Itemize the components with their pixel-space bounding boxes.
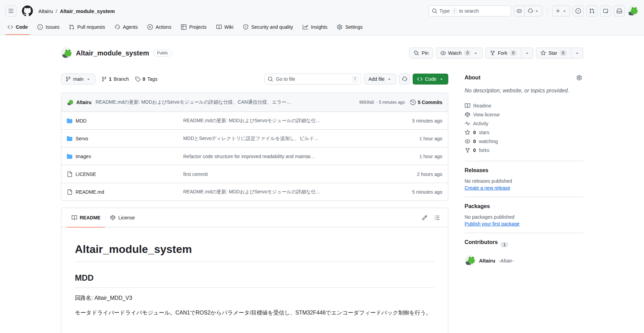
tab-actions-label: Actions xyxy=(156,24,171,30)
tab-insights[interactable]: Insights xyxy=(298,19,332,35)
file-name-link[interactable]: Servo xyxy=(67,136,183,141)
tab-security[interactable]: Security and quality xyxy=(238,19,298,35)
law-icon xyxy=(465,112,470,117)
fork-counter: 0 xyxy=(510,50,517,56)
branch-selector-button[interactable]: main xyxy=(61,74,95,85)
tab-insights-label: Insights xyxy=(311,24,327,30)
book-icon xyxy=(465,103,470,108)
license-link-label: View license xyxy=(473,112,500,117)
search-input[interactable]: Type / to search xyxy=(429,5,511,16)
sidebar-forks-link[interactable]: 0 forks xyxy=(465,146,583,155)
file-name-link[interactable]: MDD xyxy=(67,118,183,124)
file-commit-time: 2 hours ago xyxy=(384,171,442,177)
copilot-cloud-icon xyxy=(402,76,407,82)
file-name: images xyxy=(76,154,91,159)
user-avatar[interactable] xyxy=(628,5,639,16)
create-release-link[interactable]: Create a new release xyxy=(465,185,510,191)
star-button[interactable]: Star 0 xyxy=(536,48,571,59)
copilot-clone-button[interactable] xyxy=(399,74,410,85)
current-branch-label: main xyxy=(73,76,84,82)
readme-card: README License xyxy=(61,208,448,333)
commit-sha-time-link[interactable]: 9893fa5 · 5 minutes ago xyxy=(359,100,405,105)
site-header: Altairu / Altair_module_system Type / to… xyxy=(0,0,644,35)
github-logo[interactable] xyxy=(22,5,33,16)
contributor-avatar[interactable] xyxy=(465,255,476,266)
star-dropdown[interactable] xyxy=(571,48,583,59)
sidebar-activity-link[interactable]: Activity xyxy=(465,119,583,128)
table-row: MDD README.mdの更新: MDDおよびServoモジュールの詳細な仕…… xyxy=(61,112,448,129)
issue-opened-icon xyxy=(37,24,43,30)
tab-wiki[interactable]: Wiki xyxy=(211,19,238,35)
file-commit-message-link[interactable]: README.mdの更新: MDDおよびServoモジュールの詳細な仕… xyxy=(183,189,384,195)
global-pull-requests-button[interactable] xyxy=(586,5,597,16)
file-commit-message-link[interactable]: Refactor code structure for improved rea… xyxy=(183,154,384,159)
inbox-icon xyxy=(617,8,622,14)
sidebar-license-link[interactable]: View license xyxy=(465,110,583,119)
file-name-link[interactable]: LICENSE xyxy=(67,171,183,177)
fork-button[interactable]: Fork 0 xyxy=(485,48,521,59)
watch-button[interactable]: Watch 0 xyxy=(436,48,483,59)
sidebar-watching-link[interactable]: 0 watching xyxy=(465,137,583,146)
breadcrumb-repo-link[interactable]: Altair_module_system xyxy=(60,8,115,14)
sidebar-stars-link[interactable]: 0 stars xyxy=(465,128,583,137)
file-name-link[interactable]: images xyxy=(67,154,183,159)
notifications-inbox-button[interactable] xyxy=(614,5,625,16)
star-button-group: Star 0 xyxy=(536,48,583,59)
tab-projects-label: Projects xyxy=(189,24,207,30)
commits-history-link[interactable]: 5 Commits xyxy=(410,100,442,105)
tab-pull-requests[interactable]: Pull requests xyxy=(64,19,110,35)
frog-avatar-icon xyxy=(465,255,476,266)
pin-button[interactable]: Pin xyxy=(409,48,433,59)
table-row: LICENSE first commit 2 hours ago xyxy=(61,165,448,183)
create-new-dropdown[interactable] xyxy=(552,5,570,16)
code-dropdown-button[interactable]: Code xyxy=(413,74,448,85)
search-icon xyxy=(432,8,437,14)
edit-readme-button[interactable] xyxy=(419,212,430,223)
panel-bookmark-button[interactable] xyxy=(600,5,611,16)
watch-counter: 0 xyxy=(464,50,471,56)
file-commit-time: 1 hour ago xyxy=(384,154,442,159)
branches-link[interactable]: 1 Branch xyxy=(101,76,129,82)
commit-message-link[interactable]: README.mdの更新: MDDおよびServoモジュールの詳細な仕様、CAN… xyxy=(96,99,356,105)
tab-actions[interactable]: Actions xyxy=(143,19,176,35)
tab-readme[interactable]: README xyxy=(67,208,106,227)
branches-label: Branch xyxy=(114,76,129,82)
add-file-button[interactable]: Add file xyxy=(364,74,396,85)
folder-icon xyxy=(67,118,72,124)
tab-projects[interactable]: Projects xyxy=(176,19,211,35)
global-issues-button[interactable] xyxy=(573,5,584,16)
fork-dropdown[interactable] xyxy=(521,48,533,59)
edit-about-button[interactable] xyxy=(575,74,583,82)
tab-license[interactable]: License xyxy=(105,208,139,227)
tags-label: Tags xyxy=(147,76,158,82)
file-commit-message-link[interactable]: README.mdの更新: MDDおよびServoモジュールの詳細な仕… xyxy=(183,118,384,124)
commit-meta-separator: · xyxy=(376,100,377,105)
issue-opened-icon xyxy=(575,8,581,14)
copilot-button[interactable] xyxy=(514,5,525,16)
frog-avatar-icon xyxy=(61,48,72,59)
tab-issues[interactable]: Issues xyxy=(33,19,64,35)
packages-section: Packages No packages published Publish y… xyxy=(465,203,583,227)
tags-link[interactable]: 0 Tags xyxy=(135,76,157,82)
outline-button[interactable] xyxy=(432,212,442,223)
hamburger-menu-button[interactable] xyxy=(5,5,16,16)
breadcrumb-owner-link[interactable]: Altairu xyxy=(38,8,53,14)
tab-agents[interactable]: Agents xyxy=(110,19,143,35)
contributors-heading: Contributors xyxy=(465,239,498,245)
commit-author-avatar[interactable] xyxy=(67,99,74,106)
readme-title: Altair_module_system xyxy=(75,241,434,262)
repo-owner-avatar[interactable] xyxy=(61,48,72,59)
commit-author-link[interactable]: Altairu xyxy=(76,100,92,105)
tab-settings[interactable]: Settings xyxy=(332,19,367,35)
publish-package-link[interactable]: Publish your first package xyxy=(465,221,520,227)
file-name-link[interactable]: README.md xyxy=(67,189,183,195)
go-to-file-input[interactable]: Go to file T xyxy=(265,74,361,85)
sidebar-readme-link[interactable]: Readme xyxy=(465,101,583,110)
copilot-agents-dropdown[interactable] xyxy=(525,5,542,16)
file-commit-message-link[interactable]: MDDとServoディレクトリに設定ファイルを追加し、ビルド… xyxy=(183,136,384,142)
contributor-name-link[interactable]: Altairu xyxy=(479,258,496,264)
tab-code[interactable]: Code xyxy=(3,19,33,35)
file-commit-message-link[interactable]: first commit xyxy=(183,171,384,177)
file-commit-time: 5 minutes ago xyxy=(384,189,442,195)
table-icon xyxy=(181,24,186,30)
